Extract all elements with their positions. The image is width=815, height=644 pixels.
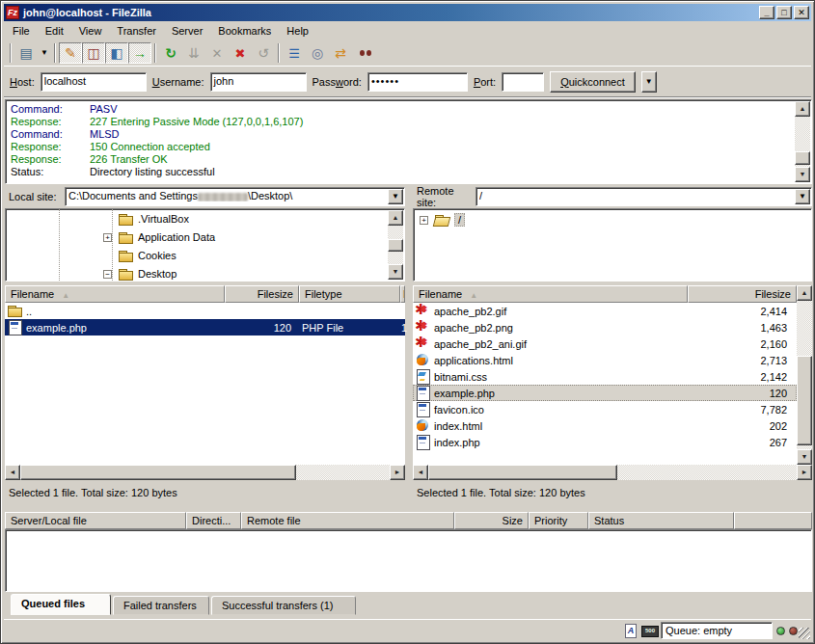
file-row[interactable]: apache_pb2.png1,463	[413, 319, 797, 335]
column-header-filename[interactable]: Filename▲	[413, 285, 688, 303]
remote-list-hscrollbar[interactable]: ◄ ►	[413, 465, 812, 480]
queue-column-priority[interactable]: Priority	[529, 512, 588, 529]
password-input[interactable]: ••••••	[367, 72, 468, 92]
toggle-local-tree-button[interactable]	[82, 42, 105, 64]
tree-item-virtualbox[interactable]: .VirtualBox	[103, 210, 189, 228]
ascii-indicator-icon[interactable]	[622, 624, 638, 638]
menu-server[interactable]: Server	[164, 23, 210, 39]
file-row[interactable]: apache_pb2_ani.gif2,160	[413, 335, 797, 352]
port-input[interactable]	[502, 72, 544, 92]
tree-item-cookies[interactable]: Cookies	[103, 247, 177, 264]
toggle-queue-button[interactable]	[128, 42, 151, 64]
password-label: Password:	[312, 76, 362, 88]
remote-site-dropdown-button[interactable]: ▼	[795, 189, 810, 204]
local-tree-scrollbar[interactable]: ▲ ▼	[388, 210, 403, 280]
menu-transfer[interactable]: Transfer	[109, 23, 164, 39]
file-row-example-php[interactable]: example.php120	[413, 385, 797, 401]
remote-site-combobox[interactable]: / ▼	[475, 187, 812, 206]
file-row[interactable]: index.php267	[413, 434, 797, 450]
queue-column-size[interactable]: Size	[454, 512, 529, 529]
scroll-down-button[interactable]: ▼	[795, 167, 810, 182]
local-list-hscrollbar[interactable]: ◄ ►	[5, 465, 405, 480]
cancel-operation-button[interactable]	[205, 42, 229, 64]
scroll-down-button[interactable]: ▼	[388, 264, 403, 280]
file-row[interactable]: favicon.ico7,782	[413, 401, 797, 417]
local-site-combobox[interactable]: C:\Documents and Settings\Desktop\ ▼	[65, 187, 405, 206]
column-header-filesize[interactable]: Filesize	[225, 285, 299, 303]
reconnect-button[interactable]	[252, 42, 275, 64]
scrollbar-thumb[interactable]	[797, 356, 812, 445]
tab-failed-transfers[interactable]: Failed transfers	[113, 596, 209, 615]
filter-button[interactable]	[283, 42, 306, 64]
expand-icon[interactable]: +	[420, 216, 428, 225]
maximize-button[interactable]: □	[776, 6, 792, 19]
scroll-left-button[interactable]: ◄	[5, 465, 20, 480]
quickconnect-button[interactable]: Quickconnect	[550, 71, 636, 93]
column-header-filename[interactable]: Filename▲	[5, 285, 225, 303]
quickconnect-dropdown-button[interactable]: ▼	[641, 71, 657, 93]
file-row[interactable]: applications.html2,713	[413, 352, 797, 368]
site-manager-dropdown-button[interactable]: ▼	[38, 42, 51, 64]
queue-column-status[interactable]: Status	[588, 512, 734, 529]
file-row[interactable]: index.html202	[413, 417, 797, 434]
scrollbar-thumb[interactable]	[428, 465, 617, 480]
username-input[interactable]: john	[210, 72, 307, 92]
disconnect-button[interactable]	[229, 42, 252, 64]
expand-icon[interactable]: +	[103, 233, 112, 242]
scroll-right-button[interactable]: ►	[390, 465, 405, 480]
tree-item-application-data[interactable]: +Application Data	[103, 228, 215, 246]
redacted-username	[198, 193, 248, 201]
scrollbar-thumb[interactable]	[388, 239, 403, 252]
menu-bookmarks[interactable]: Bookmarks	[210, 23, 279, 39]
menu-view[interactable]: View	[71, 23, 110, 39]
local-file-list: Filename▲ Filesize Filetype L .. example…	[5, 285, 405, 465]
toggle-remote-tree-button[interactable]	[105, 42, 128, 64]
site-manager-button[interactable]	[14, 42, 38, 64]
scrollbar-thumb[interactable]	[795, 151, 810, 165]
process-queue-button[interactable]	[182, 42, 205, 64]
file-row[interactable]: bitnami.css2,142	[413, 368, 797, 385]
column-header-filesize[interactable]: Filesize	[688, 285, 797, 303]
directory-comparison-button[interactable]	[306, 42, 329, 64]
queue-column-direction[interactable]: Directi...	[186, 512, 241, 529]
log-line: Status:Directory listing successful	[11, 166, 792, 178]
tree-item-root[interactable]: + /	[420, 211, 465, 228]
scrollbar-thumb[interactable]	[20, 465, 296, 480]
host-input[interactable]: localhost	[41, 72, 147, 92]
queue-column-remote-file[interactable]: Remote file	[241, 512, 454, 529]
collapse-icon[interactable]: −	[103, 270, 112, 279]
toolbar: ▼	[4, 40, 811, 66]
synchronized-browsing-button[interactable]	[329, 42, 352, 64]
queue-column-server-local-file[interactable]: Server/Local file	[5, 512, 186, 529]
column-header-last-modified[interactable]: L	[400, 285, 405, 303]
close-button[interactable]: ✕	[794, 6, 809, 19]
menu-file[interactable]: File	[5, 23, 38, 39]
log-line: Command:MLSD	[11, 128, 792, 141]
menu-help[interactable]: Help	[279, 23, 316, 39]
resize-grip[interactable]	[799, 628, 810, 639]
refresh-button[interactable]	[159, 42, 182, 64]
file-row-parent-dir[interactable]: ..	[5, 303, 405, 319]
log-scrollbar[interactable]: ▲ ▼	[795, 101, 810, 182]
scroll-up-button[interactable]: ▲	[795, 101, 810, 117]
file-row[interactable]: apache_pb2.gif2,414	[413, 303, 797, 319]
local-site-dropdown-button[interactable]: ▼	[388, 189, 403, 204]
toggle-log-button[interactable]	[59, 42, 82, 64]
tab-queued-files[interactable]: Queued files	[11, 594, 111, 615]
minimize-button[interactable]: _	[759, 6, 774, 19]
column-header-filetype[interactable]: Filetype	[299, 285, 400, 303]
scroll-up-button[interactable]: ▲	[797, 285, 812, 301]
tab-successful-transfers[interactable]: Successful transfers (1)	[211, 596, 356, 615]
tree-item-desktop[interactable]: −Desktop	[103, 265, 177, 282]
scroll-right-button[interactable]: ►	[797, 465, 812, 480]
scroll-left-button[interactable]: ◄	[413, 465, 428, 480]
file-row-example-php[interactable]: example.php 120 PHP File 1	[5, 319, 405, 335]
queue-status: Queue: empty	[661, 622, 773, 639]
scroll-down-button[interactable]: ▼	[797, 449, 812, 465]
find-files-button[interactable]	[352, 42, 375, 64]
speedlimit-indicator-icon[interactable]	[641, 624, 657, 638]
remote-list-scrollbar[interactable]: ▲ ▼	[797, 285, 812, 465]
site-manager-icon	[19, 46, 32, 60]
menu-edit[interactable]: Edit	[38, 23, 71, 39]
scroll-up-button[interactable]: ▲	[388, 210, 403, 226]
